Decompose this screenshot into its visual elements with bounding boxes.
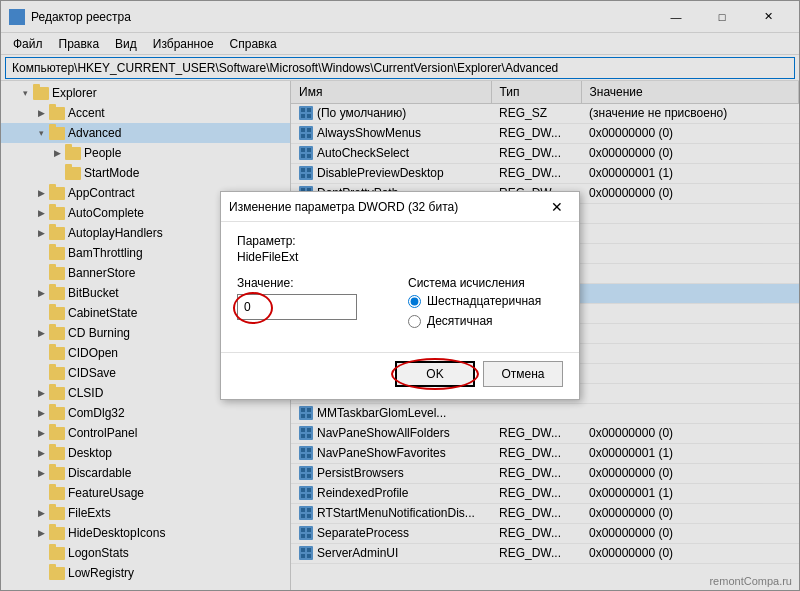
dialog-close-button[interactable]: ✕ [543,193,571,221]
radio-hex-label[interactable]: Шестнадцатеричная [408,294,563,308]
dialog-title-bar: Изменение параметра DWORD (32 бита) ✕ [221,192,579,222]
dialog-body: Параметр: HideFileExt Значение: Система … [221,222,579,352]
system-section: Система исчисления Шестнадцатеричная Дес… [408,276,563,328]
dialog-buttons: OK Отмена [221,352,579,399]
ok-button[interactable]: OK [395,361,475,387]
param-label: Параметр: [237,234,563,248]
cancel-button[interactable]: Отмена [483,361,563,387]
value-input[interactable] [237,294,357,320]
system-field-label: Система исчисления [408,276,563,290]
dialog-row: Значение: Система исчисления Шестнадцате… [237,276,563,328]
radio-hex-text: Шестнадцатеричная [427,294,541,308]
modal-overlay: Изменение параметра DWORD (32 бита) ✕ Па… [0,0,800,591]
radio-dec[interactable] [408,315,421,328]
radio-dec-label[interactable]: Десятичная [408,314,563,328]
param-value: HideFileExt [237,250,563,264]
dialog-title: Изменение параметра DWORD (32 бита) [229,200,543,214]
value-section: Значение: [237,276,392,320]
radio-hex[interactable] [408,295,421,308]
dword-dialog: Изменение параметра DWORD (32 бита) ✕ Па… [220,191,580,400]
value-input-container [237,294,392,320]
value-field-label: Значение: [237,276,392,290]
ok-btn-container: OK [395,361,475,387]
radio-dec-text: Десятичная [427,314,493,328]
radio-group: Шестнадцатеричная Десятичная [408,294,563,328]
